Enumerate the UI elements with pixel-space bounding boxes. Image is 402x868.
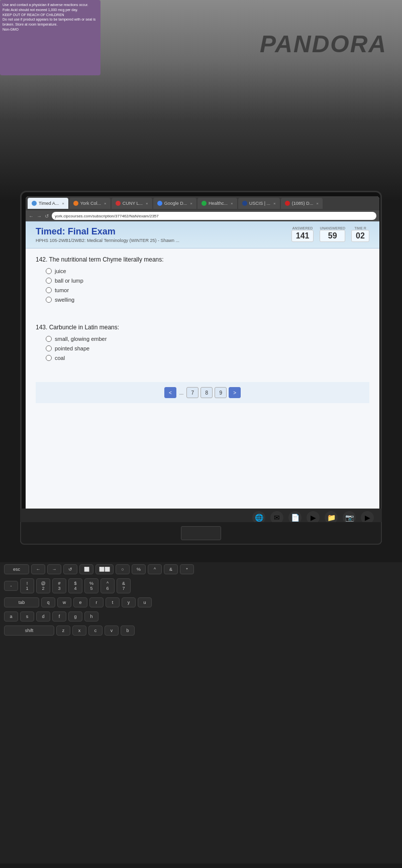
page-8-button[interactable]: 8 — [200, 387, 213, 398]
exam-header: Timed: Final Exam HPHS 105-2WB1/2WB2: Me… — [26, 221, 379, 249]
answered-stat: ANSWERED 141 — [291, 226, 314, 242]
tab-icon-google — [157, 201, 162, 206]
key-star[interactable]: * — [180, 564, 194, 574]
radio-143-coal[interactable] — [46, 355, 52, 361]
tab-health[interactable]: Healthc... × — [197, 198, 237, 209]
key-2[interactable]: @2 — [36, 578, 50, 593]
keyboard: esc ← → ↺ ⬜ ⬜⬜ ○ % ^ & * - !1 @2 #3 $4 %… — [0, 562, 402, 863]
radio-143-ember[interactable] — [46, 336, 52, 342]
pill-package-text: Use and contact a physician if adverse r… — [3, 3, 98, 32]
key-h[interactable]: h — [84, 611, 98, 622]
prev-page-button[interactable]: < — [164, 387, 176, 398]
tab-uscis[interactable]: USCIS | ... × — [238, 198, 280, 209]
option-143-pointed[interactable]: pointed shape — [46, 345, 369, 351]
key-3[interactable]: #3 — [52, 578, 66, 593]
key-4[interactable]: $4 — [68, 578, 82, 593]
key-refresh[interactable]: ↺ — [63, 564, 77, 574]
tab-close-health[interactable]: × — [231, 201, 233, 206]
option-143-coal[interactable]: coal — [46, 355, 369, 361]
option-143-ember[interactable]: small, glowing ember — [46, 336, 369, 342]
pandora-logo: PANDORA — [260, 30, 387, 58]
question-142: 142. The nutritional term Chyme literall… — [36, 256, 369, 314]
option-142-ball[interactable]: ball or lump — [46, 278, 369, 284]
key-c[interactable]: c — [88, 626, 103, 636]
key-pct[interactable]: % — [132, 564, 146, 574]
page-content: Timed: Final Exam HPHS 105-2WB1/2WB2: Me… — [26, 221, 379, 528]
tab-timed[interactable]: Timed A... × — [28, 198, 68, 209]
radio-143-pointed[interactable] — [46, 345, 52, 351]
tab-close-youtube[interactable]: × — [316, 201, 319, 206]
key-e[interactable]: e — [73, 597, 87, 607]
key-a[interactable]: a — [4, 611, 18, 622]
tab-close-google[interactable]: × — [190, 201, 192, 206]
radio-142-ball[interactable] — [46, 278, 52, 284]
key-minus[interactable]: - — [4, 581, 18, 591]
key-esc[interactable]: esc — [4, 564, 29, 574]
tab-close-uscis[interactable]: × — [273, 201, 276, 206]
key-u[interactable]: u — [138, 597, 152, 607]
key-6[interactable]: ^6 — [100, 578, 115, 593]
key-b[interactable]: b — [121, 626, 135, 636]
key-y[interactable]: y — [122, 597, 136, 607]
laptop-bezel — [20, 522, 382, 545]
key-fwd[interactable]: → — [47, 564, 61, 574]
key-row-num: - !1 @2 #3 $4 %5 ^6 &7 — [0, 576, 402, 595]
key-q[interactable]: q — [41, 597, 55, 607]
question-142-text: 142. The nutritional term Chyme literall… — [36, 256, 369, 263]
tab-close-timed[interactable]: × — [62, 201, 64, 206]
radio-142-juice[interactable] — [46, 268, 52, 274]
key-1[interactable]: !1 — [20, 578, 34, 593]
tab-bar: Timed A... × York Col... × CUNY L... × G… — [26, 196, 379, 210]
option-142-swelling[interactable]: swelling — [46, 297, 369, 303]
tab-icon-timed — [32, 201, 37, 206]
refresh-button[interactable]: ↺ — [45, 213, 49, 219]
key-g[interactable]: g — [68, 611, 82, 622]
tab-cuny[interactable]: CUNY L... × — [112, 198, 152, 209]
tab-icon-youtube — [285, 201, 290, 206]
next-page-button[interactable]: > — [229, 387, 241, 398]
key-amp[interactable]: & — [164, 564, 178, 574]
key-z[interactable]: z — [56, 626, 70, 636]
option-142-tumor[interactable]: tumor — [46, 287, 369, 293]
key-row-zxcv: shift z x c v b — [0, 624, 402, 638]
question-143: 143. Carbuncle in Latin means: small, gl… — [36, 324, 369, 372]
key-tab[interactable]: tab — [4, 597, 39, 607]
key-d[interactable]: d — [36, 611, 50, 622]
radio-142-tumor[interactable] — [46, 287, 52, 293]
trackpad[interactable] — [181, 526, 221, 540]
key-5[interactable]: %5 — [84, 578, 98, 593]
key-w[interactable]: w — [57, 597, 71, 607]
key-fullscreen[interactable]: ⬜ — [79, 564, 93, 574]
key-caret[interactable]: ^ — [148, 564, 162, 574]
key-r[interactable]: r — [89, 597, 104, 607]
key-window[interactable]: ⬜⬜ — [95, 564, 114, 574]
browser-chrome: Timed A... × York Col... × CUNY L... × G… — [26, 196, 379, 221]
question-143-text: 143. Carbuncle in Latin means: — [36, 324, 369, 331]
option-142-juice[interactable]: juice — [46, 268, 369, 274]
key-v[interactable]: v — [105, 626, 119, 636]
page-7-button[interactable]: 7 — [186, 387, 198, 398]
tab-close-york[interactable]: × — [104, 201, 107, 206]
key-t[interactable]: t — [106, 597, 120, 607]
question-143-options: small, glowing ember pointed shape coal — [36, 336, 369, 361]
pagination: < ... 7 8 9 > — [36, 382, 369, 403]
key-7[interactable]: &7 — [117, 578, 131, 593]
exam-title: Timed: Final Exam — [36, 226, 179, 237]
tab-york[interactable]: York Col... × — [69, 198, 111, 209]
forward-button[interactable]: → — [37, 213, 42, 219]
exam-stats: ANSWERED 141 UNANSWERED 59 TIME R 02 — [291, 226, 369, 242]
key-shift[interactable]: shift — [4, 626, 54, 636]
key-bright-down[interactable]: ○ — [116, 564, 130, 574]
tab-google[interactable]: Google D... × — [153, 198, 196, 209]
key-f[interactable]: f — [52, 611, 66, 622]
key-back[interactable]: ← — [31, 564, 45, 574]
radio-142-swelling[interactable] — [46, 297, 52, 303]
key-x[interactable]: x — [72, 626, 86, 636]
page-9-button[interactable]: 9 — [215, 387, 227, 398]
tab-youtube[interactable]: (1085) D... × — [281, 198, 323, 209]
key-s[interactable]: s — [20, 611, 34, 622]
tab-close-cuny[interactable]: × — [146, 201, 148, 206]
question-142-options: juice ball or lump tumor swelling — [36, 268, 369, 303]
back-button[interactable]: ← — [29, 213, 34, 219]
address-bar[interactable]: york.cipcourses.com/subscription/377462/… — [52, 212, 376, 220]
